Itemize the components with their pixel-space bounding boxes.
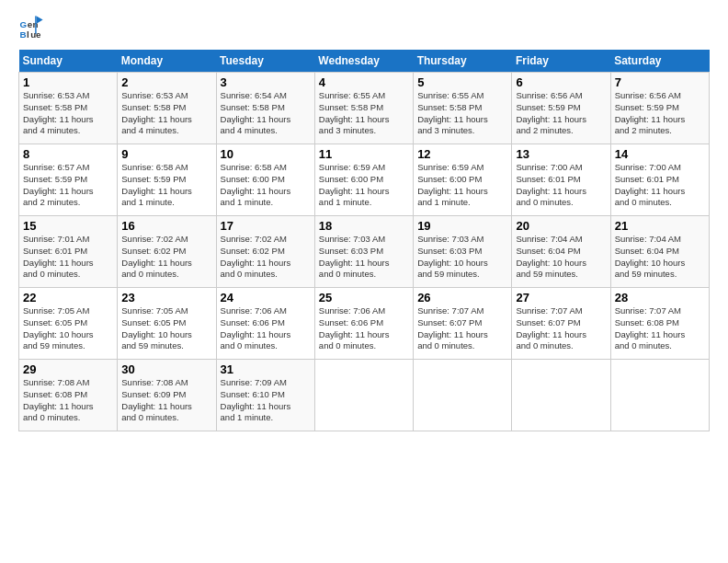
day-number: 16: [121, 219, 211, 233]
day-number: 28: [615, 291, 705, 304]
col-header-monday: Monday: [118, 50, 216, 73]
day-number: 29: [23, 362, 113, 376]
day-number: 20: [516, 219, 606, 233]
day-info: Sunrise: 7:00 AMSunset: 6:01 PMDaylight:…: [516, 162, 606, 209]
calendar-cell: [314, 360, 413, 431]
day-number: 5: [417, 75, 507, 89]
logo-icon: G e n B l u e: [18, 15, 44, 40]
calendar-cell: 3Sunrise: 6:54 AMSunset: 5:58 PMDaylight…: [216, 73, 314, 144]
day-number: 27: [516, 291, 606, 304]
day-number: 7: [615, 75, 705, 89]
day-number: 14: [615, 147, 705, 161]
svg-text:G: G: [19, 19, 27, 29]
day-number: 6: [516, 75, 606, 89]
day-info: Sunrise: 6:53 AMSunset: 5:58 PMDaylight:…: [23, 90, 113, 137]
calendar-cell: 27Sunrise: 7:07 AMSunset: 6:07 PMDayligh…: [512, 288, 610, 360]
calendar-cell: 5Sunrise: 6:55 AMSunset: 5:58 PMDaylight…: [414, 73, 512, 144]
calendar-cell: 30Sunrise: 7:08 AMSunset: 6:09 PMDayligh…: [118, 360, 216, 431]
calendar-week-4: 22Sunrise: 7:05 AMSunset: 6:05 PMDayligh…: [19, 288, 710, 360]
day-info: Sunrise: 7:02 AMSunset: 6:02 PMDaylight:…: [121, 234, 211, 281]
calendar-cell: 18Sunrise: 7:03 AMSunset: 6:03 PMDayligh…: [314, 216, 413, 288]
calendar-header-row: SundayMondayTuesdayWednesdayThursdayFrid…: [19, 50, 710, 73]
day-number: 12: [417, 147, 507, 161]
day-number: 30: [121, 362, 211, 376]
day-number: 19: [417, 219, 507, 233]
logo: G e n B l u e: [18, 15, 46, 40]
day-number: 8: [23, 147, 113, 161]
day-number: 10: [221, 147, 311, 161]
calendar-cell: 29Sunrise: 7:08 AMSunset: 6:08 PMDayligh…: [19, 360, 118, 431]
calendar-cell: 19Sunrise: 7:03 AMSunset: 6:03 PMDayligh…: [414, 216, 512, 288]
calendar-week-3: 15Sunrise: 7:01 AMSunset: 6:01 PMDayligh…: [19, 216, 710, 288]
calendar-cell: 6Sunrise: 6:56 AMSunset: 5:59 PMDaylight…: [512, 73, 610, 144]
page-container: G e n B l u e SundayMondayTuesda: [0, 0, 728, 441]
svg-text:e: e: [36, 29, 41, 40]
calendar-week-2: 8Sunrise: 6:57 AMSunset: 5:59 PMDaylight…: [19, 144, 710, 216]
header: G e n B l u e: [18, 15, 710, 40]
col-header-tuesday: Tuesday: [216, 50, 314, 73]
day-info: Sunrise: 6:55 AMSunset: 5:58 PMDaylight:…: [417, 90, 507, 137]
day-info: Sunrise: 7:00 AMSunset: 6:01 PMDaylight:…: [615, 162, 705, 209]
day-number: 25: [319, 291, 409, 304]
day-info: Sunrise: 7:06 AMSunset: 6:06 PMDaylight:…: [221, 305, 311, 352]
calendar-cell: 14Sunrise: 7:00 AMSunset: 6:01 PMDayligh…: [610, 144, 709, 216]
day-info: Sunrise: 6:53 AMSunset: 5:58 PMDaylight:…: [121, 90, 211, 137]
calendar-cell: 21Sunrise: 7:04 AMSunset: 6:04 PMDayligh…: [610, 216, 709, 288]
day-info: Sunrise: 6:57 AMSunset: 5:59 PMDaylight:…: [23, 162, 113, 209]
calendar-week-1: 1Sunrise: 6:53 AMSunset: 5:58 PMDaylight…: [19, 73, 710, 144]
calendar-cell: 2Sunrise: 6:53 AMSunset: 5:58 PMDaylight…: [118, 73, 216, 144]
col-header-friday: Friday: [512, 50, 610, 73]
calendar-cell: 24Sunrise: 7:06 AMSunset: 6:06 PMDayligh…: [216, 288, 314, 360]
svg-text:l: l: [27, 29, 29, 40]
day-info: Sunrise: 7:02 AMSunset: 6:02 PMDaylight:…: [221, 234, 311, 281]
calendar-cell: 15Sunrise: 7:01 AMSunset: 6:01 PMDayligh…: [19, 216, 118, 288]
calendar-cell: 9Sunrise: 6:58 AMSunset: 5:59 PMDaylight…: [118, 144, 216, 216]
day-info: Sunrise: 6:59 AMSunset: 6:00 PMDaylight:…: [417, 162, 507, 209]
day-number: 31: [221, 362, 311, 376]
day-info: Sunrise: 7:04 AMSunset: 6:04 PMDaylight:…: [516, 234, 606, 281]
day-info: Sunrise: 6:58 AMSunset: 5:59 PMDaylight:…: [121, 162, 211, 209]
day-number: 18: [319, 219, 409, 233]
day-info: Sunrise: 7:03 AMSunset: 6:03 PMDaylight:…: [417, 234, 507, 281]
calendar-cell: 26Sunrise: 7:07 AMSunset: 6:07 PMDayligh…: [414, 288, 512, 360]
day-info: Sunrise: 7:07 AMSunset: 6:07 PMDaylight:…: [417, 305, 507, 352]
day-info: Sunrise: 7:01 AMSunset: 6:01 PMDaylight:…: [23, 234, 113, 281]
calendar-cell: 8Sunrise: 6:57 AMSunset: 5:59 PMDaylight…: [19, 144, 118, 216]
day-number: 23: [121, 291, 211, 304]
day-info: Sunrise: 7:05 AMSunset: 6:05 PMDaylight:…: [121, 305, 211, 352]
day-info: Sunrise: 6:56 AMSunset: 5:59 PMDaylight:…: [516, 90, 606, 137]
col-header-saturday: Saturday: [610, 50, 709, 73]
day-number: 21: [615, 219, 705, 233]
day-number: 26: [417, 291, 507, 304]
day-number: 3: [221, 75, 311, 89]
calendar-cell: 20Sunrise: 7:04 AMSunset: 6:04 PMDayligh…: [512, 216, 610, 288]
calendar-cell: 11Sunrise: 6:59 AMSunset: 6:00 PMDayligh…: [314, 144, 413, 216]
day-number: 11: [319, 147, 409, 161]
calendar-cell: [610, 360, 709, 431]
calendar-cell: 1Sunrise: 6:53 AMSunset: 5:58 PMDaylight…: [19, 73, 118, 144]
svg-text:B: B: [19, 29, 26, 40]
calendar-cell: 17Sunrise: 7:02 AMSunset: 6:02 PMDayligh…: [216, 216, 314, 288]
day-info: Sunrise: 7:08 AMSunset: 6:08 PMDaylight:…: [23, 377, 113, 424]
calendar-cell: 25Sunrise: 7:06 AMSunset: 6:06 PMDayligh…: [314, 288, 413, 360]
calendar-cell: 12Sunrise: 6:59 AMSunset: 6:00 PMDayligh…: [414, 144, 512, 216]
calendar-cell: 4Sunrise: 6:55 AMSunset: 5:58 PMDaylight…: [314, 73, 413, 144]
day-info: Sunrise: 7:06 AMSunset: 6:06 PMDaylight:…: [319, 305, 409, 352]
calendar-cell: 7Sunrise: 6:56 AMSunset: 5:59 PMDaylight…: [610, 73, 709, 144]
day-info: Sunrise: 6:56 AMSunset: 5:59 PMDaylight:…: [615, 90, 705, 137]
day-info: Sunrise: 7:03 AMSunset: 6:03 PMDaylight:…: [319, 234, 409, 281]
calendar-cell: 23Sunrise: 7:05 AMSunset: 6:05 PMDayligh…: [118, 288, 216, 360]
day-info: Sunrise: 6:58 AMSunset: 6:00 PMDaylight:…: [221, 162, 311, 209]
col-header-thursday: Thursday: [414, 50, 512, 73]
day-number: 17: [221, 219, 311, 233]
col-header-sunday: Sunday: [19, 50, 118, 73]
day-info: Sunrise: 7:04 AMSunset: 6:04 PMDaylight:…: [615, 234, 705, 281]
day-info: Sunrise: 7:07 AMSunset: 6:08 PMDaylight:…: [615, 305, 705, 352]
calendar-cell: 13Sunrise: 7:00 AMSunset: 6:01 PMDayligh…: [512, 144, 610, 216]
calendar-cell: 22Sunrise: 7:05 AMSunset: 6:05 PMDayligh…: [19, 288, 118, 360]
calendar-cell: 28Sunrise: 7:07 AMSunset: 6:08 PMDayligh…: [610, 288, 709, 360]
day-number: 22: [23, 291, 113, 304]
calendar-cell: [512, 360, 610, 431]
day-info: Sunrise: 7:07 AMSunset: 6:07 PMDaylight:…: [516, 305, 606, 352]
day-info: Sunrise: 6:59 AMSunset: 6:00 PMDaylight:…: [319, 162, 409, 209]
